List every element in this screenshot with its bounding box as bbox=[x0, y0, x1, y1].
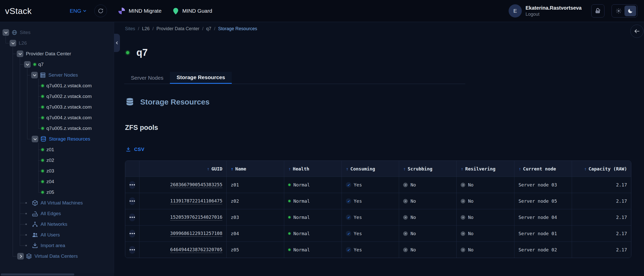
avatar[interactable]: E bbox=[509, 4, 522, 18]
guid-link[interactable]: 1520539762154027016 bbox=[170, 214, 222, 220]
row-actions-button[interactable] bbox=[129, 214, 135, 221]
sun-icon bbox=[616, 8, 622, 14]
change-password-button[interactable] bbox=[591, 4, 604, 18]
tree-toggle[interactable] bbox=[17, 50, 23, 57]
language-selector[interactable]: ENG bbox=[70, 8, 86, 14]
tree-item-z03[interactable]: z03 bbox=[0, 166, 114, 176]
tree-connector bbox=[38, 160, 41, 161]
tree-connector bbox=[20, 235, 25, 235]
sort-asc-icon bbox=[584, 166, 587, 171]
tree-toggle[interactable] bbox=[24, 61, 31, 68]
tree-item-q7[interactable]: q7 bbox=[0, 59, 114, 70]
sort-asc-icon bbox=[288, 166, 291, 171]
theme-light-button[interactable] bbox=[613, 6, 624, 16]
row-actions-button[interactable] bbox=[129, 197, 135, 205]
header-cell-menu bbox=[125, 161, 139, 177]
guid-link[interactable]: 1139178722141106475 bbox=[170, 198, 222, 204]
header-cell-current-node[interactable]: Current node bbox=[514, 161, 572, 177]
tree-item-all-networks[interactable]: All Networks bbox=[0, 219, 114, 230]
guid-link[interactable]: 3099686122931257108 bbox=[170, 231, 222, 237]
breadcrumb-item-provider-data-center[interactable]: Provider Data Center bbox=[156, 26, 199, 31]
tree-item-q7u005[interactable]: q7u005.z.vstack.com bbox=[0, 123, 114, 134]
sidebar-collapse-button[interactable] bbox=[114, 34, 120, 52]
check-icon bbox=[346, 247, 351, 252]
tree-item-l26[interactable]: L26 bbox=[0, 38, 114, 48]
tree-item-z02[interactable]: z02 bbox=[0, 155, 114, 166]
mind-guard-link[interactable]: MIND Guard bbox=[172, 7, 212, 15]
check-icon bbox=[346, 215, 351, 220]
theme-dark-button[interactable] bbox=[624, 6, 636, 16]
tree-item-q7u001[interactable]: q7u001.z.vstack.com bbox=[0, 80, 114, 91]
breadcrumb-item-l26[interactable]: L26 bbox=[142, 26, 150, 31]
cell-resilvering: No bbox=[457, 242, 514, 258]
tab-storage-resources[interactable]: Storage Resources bbox=[170, 72, 231, 84]
cross-icon bbox=[461, 231, 465, 236]
mind-migrate-link[interactable]: MIND Migrate bbox=[118, 7, 162, 15]
tree-item-q7u002[interactable]: q7u002.z.vstack.com bbox=[0, 91, 114, 102]
cell-guid: 3099686122931257108 bbox=[139, 226, 227, 242]
logout-link[interactable]: Logout bbox=[526, 12, 582, 17]
tree-item-all-users[interactable]: All Users bbox=[0, 230, 114, 240]
tab-server-nodes[interactable]: Server Nodes bbox=[124, 72, 170, 84]
tree-toggle[interactable] bbox=[31, 72, 38, 78]
breadcrumb-separator: / bbox=[138, 26, 139, 31]
tree-item-storage-resources[interactable]: Storage Resources bbox=[0, 134, 114, 144]
tree-item-server-nodes[interactable]: Server Nodes bbox=[0, 70, 114, 80]
tree-toggle[interactable] bbox=[17, 253, 24, 260]
tree-toggle[interactable] bbox=[32, 136, 38, 142]
cell-menu bbox=[125, 242, 139, 258]
header-cell-health[interactable]: Health bbox=[284, 161, 342, 177]
tree-item-all-edges[interactable]: All Edges bbox=[0, 208, 114, 219]
status-dot-online bbox=[41, 106, 44, 108]
tree-toggle[interactable] bbox=[3, 29, 9, 36]
tree-connector bbox=[38, 107, 41, 107]
back-button[interactable] bbox=[630, 25, 643, 38]
header-cell-name[interactable]: Name bbox=[227, 161, 284, 177]
header-cell-consuming[interactable]: Consuming bbox=[342, 161, 399, 177]
tree-item-label: All Users bbox=[41, 232, 60, 238]
tree-item-q7u003[interactable]: q7u003.z.vstack.com bbox=[0, 102, 114, 112]
tree-item-z05[interactable]: z05 bbox=[0, 187, 114, 198]
tree-item-sites[interactable]: Sites bbox=[0, 27, 114, 38]
tree-connector bbox=[38, 118, 41, 118]
table-header-row: GUID Name Health Consuming Scrubbing Res… bbox=[125, 161, 631, 177]
status-dot-online bbox=[33, 63, 36, 66]
sidebar-scrollbar-thumb[interactable] bbox=[1, 273, 74, 275]
sort-asc-icon bbox=[518, 166, 521, 171]
breadcrumb-item-sites[interactable]: Sites bbox=[125, 26, 135, 31]
tree-item-provider-data-center[interactable]: Provider Data Center bbox=[0, 48, 114, 59]
cross-icon bbox=[461, 248, 465, 252]
breadcrumb-item-storage-resources: Storage Resources bbox=[218, 26, 257, 31]
row-actions-button[interactable] bbox=[129, 246, 135, 254]
chevron-down-icon bbox=[33, 73, 36, 76]
tree-connector bbox=[20, 64, 24, 65]
users-icon bbox=[32, 232, 38, 238]
header-cell-capacity-raw[interactable]: Capacity (RAW) bbox=[572, 161, 631, 177]
tree-item-z04[interactable]: z04 bbox=[0, 176, 114, 187]
tree-item-q7u004[interactable]: q7u004.z.vstack.com bbox=[0, 112, 114, 123]
refresh-button[interactable] bbox=[94, 5, 107, 17]
vstack-logo[interactable]: vStack bbox=[5, 6, 32, 16]
header-cell-resilvering[interactable]: Resilvering bbox=[457, 161, 514, 177]
guid-link[interactable]: 6464944238762320705 bbox=[170, 247, 222, 253]
chevron-down-icon bbox=[83, 9, 86, 12]
tree-item-z01[interactable]: z01 bbox=[0, 144, 114, 155]
guid-link[interactable]: 2683667900545383255 bbox=[170, 182, 222, 188]
tree-item-import-area[interactable]: Import area bbox=[0, 240, 114, 251]
row-actions-button[interactable] bbox=[129, 230, 135, 237]
tree-item-all-virtual-machines[interactable]: All Virtual Machines bbox=[0, 198, 114, 208]
sidebar-scrollbar[interactable] bbox=[0, 273, 114, 276]
tree-toggle[interactable] bbox=[10, 40, 16, 46]
header-cell-guid[interactable]: GUID bbox=[139, 161, 227, 177]
cell-name: z01 bbox=[227, 177, 284, 193]
globe-icon bbox=[11, 29, 17, 36]
row-actions-button[interactable] bbox=[129, 181, 135, 189]
chevron-down-icon bbox=[33, 137, 37, 140]
csv-export-link[interactable]: CSV bbox=[126, 147, 145, 152]
ellipsis-icon bbox=[130, 249, 131, 250]
ellipsis-icon bbox=[130, 200, 131, 202]
breadcrumb-item-q7[interactable]: q7 bbox=[206, 26, 211, 31]
header-cell-scrubbing[interactable]: Scrubbing bbox=[399, 161, 457, 177]
tree-item-virtual-data-centers[interactable]: Virtual Data Centers bbox=[0, 251, 114, 262]
cell-resilvering: No bbox=[457, 193, 514, 209]
